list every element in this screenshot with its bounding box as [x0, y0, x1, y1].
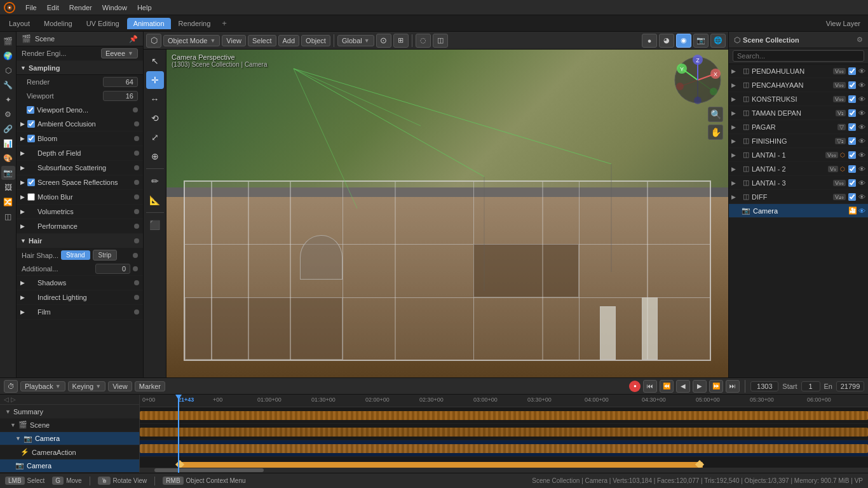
object-btn[interactable]: Object [301, 35, 330, 46]
collection-item-lantai-1[interactable]: ▶ ◫ LANTAI - 1 V₉₉ ⬡ 👁 [729, 148, 868, 162]
collection-item-lantai-3[interactable]: ▶ ◫ LANTAI - 3 V₉₉ 👁 [729, 176, 868, 190]
collection-item-camera[interactable]: 📷 Camera 🎦 👁 [729, 204, 868, 218]
tool-annotate[interactable]: ✏ [146, 172, 164, 190]
dof-dot[interactable] [134, 151, 139, 156]
depth-of-field-header[interactable]: ▶ Depth of Field [17, 146, 143, 160]
subsurface-header[interactable]: ▶ Subsurface Scattering [17, 161, 143, 175]
tool-cursor[interactable]: ✛ [146, 71, 164, 89]
collection-item-pendahuluan[interactable]: ▶ ◫ PENDAHULUAN V₉₉ 👁 [729, 64, 868, 78]
icon-material[interactable]: 🎨 [1, 151, 15, 165]
eye-icon-lantai2[interactable]: 👁 [858, 165, 865, 173]
menu-window[interactable]: Window [97, 3, 132, 13]
icon-compositing[interactable]: 🔀 [1, 195, 15, 209]
menu-file[interactable]: File [20, 3, 42, 13]
render-engine-dropdown[interactable]: Eevee ▼ [101, 48, 138, 58]
hair-strip-btn[interactable]: Strip [93, 250, 118, 261]
eye-icon-lantai3[interactable]: 👁 [858, 179, 865, 187]
transform-global-btn[interactable]: Global ▼ [337, 35, 374, 46]
tool-rotate[interactable]: ⟲ [146, 109, 164, 127]
timeline-editor-type[interactable]: ⏱ [4, 380, 18, 393]
pendahuluan-check[interactable] [848, 67, 856, 75]
taman-check[interactable] [848, 109, 856, 117]
eye-icon-finishing[interactable]: 👁 [858, 137, 865, 145]
record-btn[interactable]: ● [629, 381, 641, 392]
panel-pin-btn[interactable]: 📌 [129, 35, 138, 43]
bloom-header[interactable]: ▶ Bloom [17, 132, 143, 146]
xray-btn[interactable]: ◫ [433, 34, 448, 48]
lantai1-check[interactable] [848, 151, 856, 159]
jump-end-btn[interactable]: ⏭ [726, 380, 740, 393]
sss-dot[interactable] [134, 165, 139, 170]
lantai2-check[interactable] [848, 165, 856, 173]
camera-view-btn[interactable]: 📷 [693, 34, 709, 48]
icon-object[interactable]: ⬡ [1, 64, 15, 78]
pagar-check[interactable] [848, 123, 856, 131]
finishing-check[interactable] [848, 137, 856, 145]
playback-dropdown[interactable]: Playback ▼ [20, 381, 65, 391]
timeline-scrollbar[interactable] [140, 468, 868, 473]
icon-particles[interactable]: ✦ [1, 93, 15, 107]
ssr-checkbox[interactable] [27, 179, 35, 186]
pencahayaan-check[interactable] [848, 81, 856, 89]
track-scene[interactable]: ▼ 🎬 Scene [0, 419, 139, 432]
viewport-denoise-checkbox[interactable] [27, 106, 34, 114]
indirect-lighting-header[interactable]: ▶ Indirect Lighting [17, 290, 143, 304]
eye-icon-konstruksi[interactable]: 👁 [858, 95, 865, 103]
next-keyframe-btn[interactable]: ⏩ [709, 380, 723, 393]
tool-select[interactable]: ↖ [146, 52, 164, 70]
timeline-view-btn[interactable]: View [108, 381, 132, 391]
timeline-marker-btn[interactable]: Marker [135, 381, 165, 391]
start-frame-input[interactable]: 1 [801, 381, 820, 391]
prev-keyframe-btn[interactable]: ⏪ [660, 380, 674, 393]
add-workspace-tab[interactable]: + [218, 17, 231, 29]
tool-measure[interactable]: 📐 [146, 191, 164, 209]
icon-viewlayer[interactable]: ◫ [1, 210, 15, 224]
track-camera[interactable]: ▼ 📷 Camera [0, 432, 139, 445]
viewport-shading-solid[interactable]: ● [642, 34, 657, 48]
film-dot[interactable] [134, 309, 139, 315]
track-camera-action[interactable]: ⚡ CameraAction [0, 445, 139, 459]
shadows-header[interactable]: ▶ Shadows [17, 276, 143, 290]
viewport-value-input[interactable]: 16 [103, 91, 138, 101]
film-header[interactable]: ▶ Film [17, 305, 143, 319]
eye-icon-taman[interactable]: 👁 [858, 109, 865, 117]
timeline-ruler-area[interactable]: 0+00 21+43 +00 01:00+00 01:30+00 02:00+0… [140, 395, 868, 473]
collection-item-konstruksi[interactable]: ▶ ◫ KONSTRUKSI V₉₉ 👁 [729, 92, 868, 106]
object-mode-dropdown[interactable]: Object Mode ▼ [163, 35, 220, 46]
menu-edit[interactable]: Edit [42, 3, 64, 13]
keying-dropdown[interactable]: Keying ▼ [68, 381, 106, 391]
collection-item-diff[interactable]: ▶ ◫ DIFF V₄₉ 👁 [729, 190, 868, 204]
mb-dot[interactable] [134, 194, 139, 200]
gizmo-overlay-btn[interactable]: 🌐 [710, 34, 726, 48]
diff-check[interactable] [848, 193, 856, 201]
tab-animation[interactable]: Animation [127, 18, 171, 29]
icon-data[interactable]: 📊 [1, 137, 15, 151]
tool-move[interactable]: ↔ [146, 90, 164, 108]
ao-dot[interactable] [134, 121, 139, 126]
icon-world[interactable]: 🌍 [1, 49, 15, 63]
hair-additional-input[interactable]: 0 [95, 264, 130, 274]
pan-btn[interactable]: ✋ [708, 125, 723, 140]
bloom-dot[interactable] [134, 136, 139, 141]
collection-item-taman-depan[interactable]: ▶ ◫ TAMAN DEPAN V₂ 👁 [729, 106, 868, 120]
tool-scale[interactable]: ⤢ [146, 128, 164, 146]
snap-btn[interactable]: ⊞ [393, 34, 409, 48]
frame-current-display[interactable]: 1303 [750, 381, 778, 391]
hair-add-dot[interactable] [133, 266, 138, 271]
hair-strand-btn[interactable]: Strand [61, 250, 90, 260]
bloom-checkbox[interactable] [27, 135, 35, 142]
hair-header[interactable]: ▼ Hair [17, 234, 143, 248]
3d-viewport-canvas[interactable]: Camera Perspective (1303) Scene Collecti… [166, 50, 728, 377]
overlay-btn[interactable]: ◌ [416, 34, 431, 48]
perf-dot[interactable] [134, 224, 139, 229]
motion-blur-header[interactable]: ▶ Motion Blur [17, 190, 143, 204]
sampling-title[interactable]: ▼ Sampling [17, 61, 143, 75]
proportional-btn[interactable]: ⊙ [376, 34, 391, 48]
tab-modeling[interactable]: Modeling [37, 18, 79, 29]
viewport-shading-render[interactable]: ◉ [676, 34, 691, 48]
viewport-content[interactable]: ↖ ✛ ↔ ⟲ ⤢ ⊕ ✏ 📐 ⬛ Camera Perspective (13… [144, 50, 728, 377]
motion-blur-checkbox[interactable] [27, 193, 35, 201]
play-btn[interactable]: ▶ [693, 380, 707, 393]
icon-constraints[interactable]: 🔗 [1, 122, 15, 136]
eye-icon-lantai1[interactable]: 👁 [858, 151, 865, 159]
